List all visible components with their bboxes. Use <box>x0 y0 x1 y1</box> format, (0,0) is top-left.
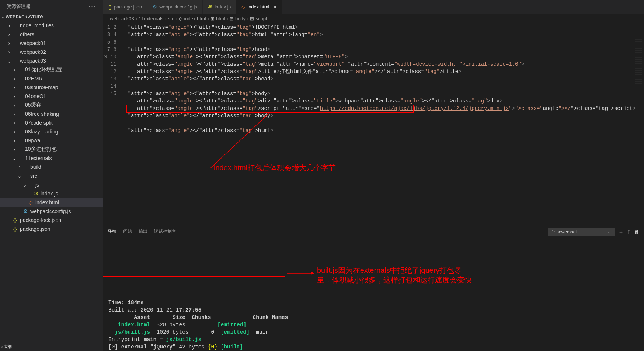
folder-item[interactable]: ⌄src <box>0 171 103 180</box>
terminal-output[interactable]: Time: 184ms Built at: 2020-11-21 17:27:5… <box>103 238 644 351</box>
folder-item[interactable]: ›08lazy loading <box>0 127 103 136</box>
editor-tab[interactable]: JS index.js <box>203 0 236 14</box>
tree-item-label: js <box>35 182 39 188</box>
tab-label: package.json <box>114 4 142 10</box>
folder-item[interactable]: ›02HMR <box>0 74 103 83</box>
terminal-tab-bar: 终端 问题 输出 调试控制台 1: powershell ⌄ ＋ ▯ 🗑 <box>103 226 644 238</box>
file-item[interactable]: JSindex.js <box>0 189 103 198</box>
breadcrumb-segment[interactable]: html <box>216 16 225 21</box>
breadcrumb-segment[interactable]: 11externals <box>139 16 163 21</box>
tree-item-label: webpack02 <box>20 49 46 55</box>
folder-item[interactable]: ›06tree shaking <box>0 110 103 118</box>
breadcrumb-segment[interactable]: src <box>168 16 174 21</box>
folder-item[interactable]: ›node_modules <box>0 21 103 30</box>
tree-item-label: 05缓存 <box>25 102 41 108</box>
tree-item-label: webpack.config.js <box>30 208 71 214</box>
terminal-select-label: 1: powershell <box>551 229 578 234</box>
terminal-tab-debug[interactable]: 调试控制台 <box>154 228 176 236</box>
outline-label: 大纲 <box>4 344 12 350</box>
more-actions-icon[interactable]: ··· <box>88 3 96 10</box>
breadcrumb-segment[interactable]: script <box>255 16 267 21</box>
terminal-panel: 终端 问题 输出 调试控制台 1: powershell ⌄ ＋ ▯ 🗑 Tim… <box>103 226 644 351</box>
code-content[interactable]: "attr">class="angle"><"attr">class="tag"… <box>122 23 644 226</box>
tree-item-label: package-lock.json <box>20 217 61 223</box>
project-root[interactable]: ⌄ WEBPACK-STUDY <box>0 13 103 21</box>
project-label: WEBPACK-STUDY <box>6 15 44 19</box>
chevron-icon: › <box>17 164 22 170</box>
breadcrumb[interactable]: webpack03 › 11externals › src › ◇ index.… <box>103 14 644 23</box>
chevron-down-icon: ⌄ <box>1 15 5 20</box>
tree-item-label: webpack03 <box>20 58 46 64</box>
folder-item[interactable]: ›webpack02 <box>0 48 103 56</box>
folder-item[interactable]: ⌄webpack03 <box>0 56 103 65</box>
folder-item[interactable]: ›05缓存 <box>0 101 103 110</box>
chevron-icon: › <box>12 93 17 99</box>
folder-item[interactable]: ⌄11externals <box>0 154 103 163</box>
chevron-icon: › <box>12 120 17 126</box>
folder-item[interactable]: ›build <box>0 163 103 171</box>
explorer-title: 资源管理器 <box>7 3 31 10</box>
breadcrumb-segment[interactable]: body <box>235 16 246 21</box>
tab-label: index.html <box>247 4 269 10</box>
terminal-tab-output[interactable]: 输出 <box>139 228 147 236</box>
tree-item-label: 02HMR <box>25 76 42 81</box>
editor-tab[interactable]: ◇ index.html× <box>236 0 282 14</box>
tree-item-label: node_modules <box>20 22 54 28</box>
chevron-icon: ⌄ <box>12 155 17 161</box>
file-item[interactable]: ⚙webpack.config.js <box>0 207 103 216</box>
folder-item[interactable]: ›10多进程打包 <box>0 145 103 154</box>
tree-item-label: 11externals <box>25 155 52 161</box>
folder-item[interactable]: ›webpack01 <box>0 39 103 48</box>
chevron-icon: › <box>12 76 17 81</box>
chevron-down-icon: ⌄ <box>608 229 611 234</box>
outline-section[interactable]: › 大纲 <box>0 342 103 351</box>
tree-item-label: index.html <box>35 199 59 205</box>
editor-tab[interactable]: ⚙ webpack.config.js <box>147 0 203 14</box>
file-item[interactable]: {}package.json <box>0 225 103 233</box>
folder-item[interactable]: ›07code split <box>0 118 103 127</box>
chevron-icon: › <box>7 22 12 28</box>
code-editor[interactable]: 1 2 3 4 5 6 7 8 9 10 11 12 13 14 15 "att… <box>103 23 644 226</box>
svg-marker-2 <box>311 272 314 275</box>
split-terminal-icon[interactable]: ▯ <box>627 229 630 235</box>
close-icon[interactable]: × <box>274 4 277 10</box>
file-tree: ›node_modules›others›webpack01›webpack02… <box>0 21 103 342</box>
terminal-select[interactable]: 1: powershell ⌄ <box>548 228 615 236</box>
tree-item-label: package.json <box>20 226 51 232</box>
folder-item[interactable]: ⌄js <box>0 180 103 189</box>
folder-item[interactable]: ›04oneOf <box>0 92 103 101</box>
trash-icon[interactable]: 🗑 <box>634 229 640 235</box>
tree-item-label: webpack01 <box>20 40 46 46</box>
tree-item-label: 06tree shaking <box>25 111 59 117</box>
new-terminal-icon[interactable]: ＋ <box>618 229 624 236</box>
file-item[interactable]: ◇index.html <box>0 198 103 207</box>
chevron-icon: › <box>12 138 17 143</box>
folder-item[interactable]: ›01优化环境配置 <box>0 65 103 74</box>
chevron-icon: › <box>7 40 12 46</box>
tab-label: index.js <box>215 4 231 10</box>
editor-tab[interactable]: {} package.json <box>103 0 147 14</box>
line-gutter: 1 2 3 4 5 6 7 8 9 10 11 12 13 14 15 <box>103 23 122 226</box>
chevron-icon: › <box>12 102 17 108</box>
breadcrumb-segment[interactable]: index.html <box>184 16 206 21</box>
terminal-tab-problems[interactable]: 问题 <box>123 228 132 236</box>
tree-item-label: index.js <box>41 191 58 197</box>
explorer-sidebar: 资源管理器 ··· ⌄ WEBPACK-STUDY ›node_modules›… <box>0 0 103 351</box>
folder-item[interactable]: ›09pwa <box>0 136 103 145</box>
chevron-icon: › <box>12 146 17 152</box>
annotation-2-line-1: built.js因为在externals中拒绝了jquery打包尽 <box>317 267 462 274</box>
annotation-2-line-2: 量，体积减小很多，这样打包和运行速度会变快 <box>317 276 472 284</box>
terminal-tab-terminal[interactable]: 终端 <box>108 228 116 236</box>
tree-item-label: 03source-map <box>25 84 58 90</box>
folder-item[interactable]: ›03source-map <box>0 83 103 92</box>
breadcrumb-segment[interactable]: webpack03 <box>110 16 134 21</box>
tree-item-label: 08lazy loading <box>25 129 58 135</box>
file-item[interactable]: {}package-lock.json <box>0 216 103 225</box>
tree-item-label: build <box>30 164 41 170</box>
tree-item-label: 09pwa <box>25 138 40 143</box>
chevron-icon: › <box>7 31 12 37</box>
folder-item[interactable]: ›others <box>0 30 103 39</box>
tree-item-label: 07code split <box>25 120 53 126</box>
chevron-icon: ⌄ <box>7 58 12 64</box>
minimap[interactable] <box>635 39 642 87</box>
